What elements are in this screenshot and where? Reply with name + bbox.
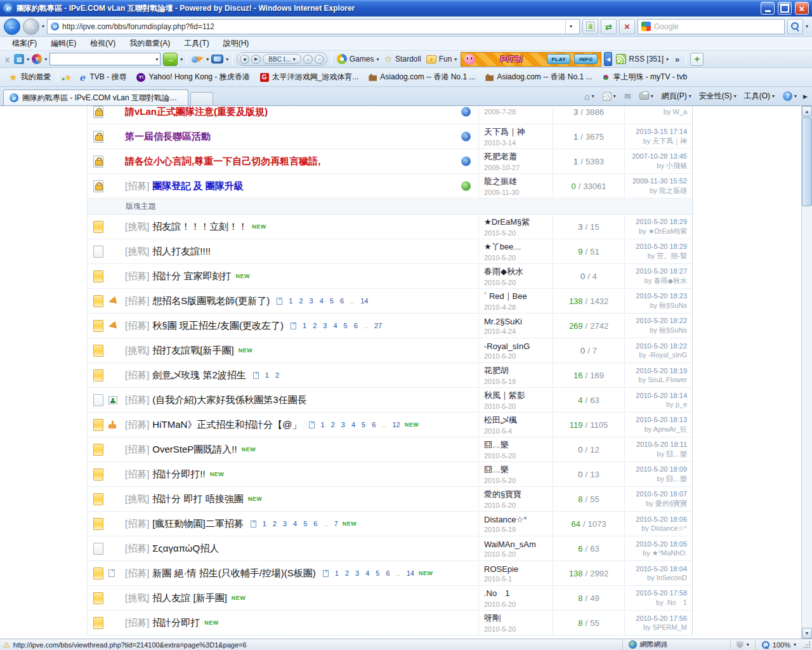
last-poster-link[interactable]: 苦。戀-賢 xyxy=(657,252,687,260)
page-link[interactable]: 6 xyxy=(340,297,344,305)
refresh-button[interactable] xyxy=(601,19,617,34)
rss-button[interactable]: RSS [351] ▾ xyxy=(615,54,670,64)
author-link[interactable]: -Royal_sInG xyxy=(484,342,547,351)
last-post-time-link[interactable]: 2010-5-20 18:19 xyxy=(636,367,687,375)
menu-item[interactable]: 我的最愛(A) xyxy=(124,37,176,50)
media-station-dropdown-icon[interactable]: ▾ xyxy=(293,56,296,62)
author-link[interactable]: ★丫bee﹏ xyxy=(484,241,547,253)
favorites-bar-link[interactable]: Asiadog.com -- 香港 No.1 ... xyxy=(364,70,480,84)
pitsi-info-button[interactable]: INFO xyxy=(574,54,598,64)
page-link[interactable]: 5 xyxy=(330,297,334,305)
toolbar-app-dropdown-icon[interactable]: ▾ xyxy=(27,56,29,62)
last-post-time-link[interactable]: 2010-5-20 18:22 xyxy=(636,342,687,350)
last-post-time-link[interactable]: 2010-5-20 18:27 xyxy=(636,267,687,275)
help-button[interactable]: ▾ xyxy=(780,90,800,103)
author-link[interactable]: 花肥胡 xyxy=(484,365,547,376)
maximize-button[interactable] xyxy=(778,2,792,15)
menu-item[interactable]: 編輯(E) xyxy=(45,37,82,50)
media-volume-button[interactable]: ♪ xyxy=(303,55,313,64)
last-poster-link[interactable]: 囧﹏樂 xyxy=(666,475,687,482)
last-post-time-link[interactable]: 2010-5-20 18:13 xyxy=(636,416,687,423)
thread-title-link[interactable]: 新團 絕·情 招生(只收輔手/控場)(S板團) xyxy=(152,567,315,580)
stop-button[interactable] xyxy=(619,19,635,34)
author-link[interactable]: ★DrEaM§紫 xyxy=(484,216,547,228)
author-link[interactable]: 龍之振雄 xyxy=(484,176,547,187)
last-poster-link[interactable]: 天下爲｜神 xyxy=(652,137,687,145)
history-dropdown-icon[interactable]: ▾ xyxy=(42,23,44,29)
author-link[interactable]: 愛的§寶寶 xyxy=(484,489,547,500)
page-link[interactable]: 1 xyxy=(265,371,269,379)
command-button[interactable]: 安全性(S)▾ xyxy=(696,89,740,103)
toolbar-app-icon[interactable] xyxy=(14,54,24,64)
last-poster-link[interactable]: AprwAr_狂 xyxy=(653,425,687,433)
last-poster-link[interactable]: ★DrEaM§紫 xyxy=(648,227,687,235)
thread-title-link[interactable]: 招打友誼戰[新手團] xyxy=(152,345,233,357)
page-link[interactable]: 5 xyxy=(303,520,307,527)
last-poster-link[interactable]: 愛的§寶寶 xyxy=(655,500,687,507)
last-poster-link[interactable]: SPERM_M xyxy=(653,623,687,631)
page-link[interactable]: 4 xyxy=(333,322,337,329)
stardoll-button[interactable]: Stardoll xyxy=(383,53,422,65)
author-link[interactable]: Mr.2§SuKi xyxy=(484,317,547,326)
author-link[interactable]: 囧﹏樂 xyxy=(484,464,547,475)
thread-title-link[interactable]: OverSteP團既請入!! xyxy=(152,444,237,456)
page-link[interactable]: 12 xyxy=(392,421,400,428)
page-link[interactable]: 2 xyxy=(273,520,277,527)
thread-title-link[interactable]: 招人友誼 [新手團] xyxy=(152,592,227,604)
address-field[interactable]: ▾ xyxy=(47,19,580,34)
last-post-time-link[interactable]: 2010-5-20 17:58 xyxy=(636,589,687,597)
protected-mode-dropdown-icon[interactable]: ▾ xyxy=(747,642,749,647)
page-link[interactable]: 7 xyxy=(334,520,338,527)
last-post-time-link[interactable]: 2010-5-20 18:05 xyxy=(636,540,687,548)
announcer-dropdown-icon[interactable]: ▾ xyxy=(206,56,209,62)
last-poster-link[interactable]: ★°MaNhO. xyxy=(652,549,687,557)
thread-title-link[interactable]: 團隊登記 及 團隊升級 xyxy=(152,180,243,192)
page-link[interactable]: 6 xyxy=(354,322,358,329)
command-dropdown-icon[interactable]: ▾ xyxy=(772,93,775,99)
thread-title-link[interactable]: 招計分 宜家即刻打 xyxy=(152,270,231,282)
scrollbar-thumb[interactable] xyxy=(802,117,812,206)
url-input[interactable] xyxy=(62,22,562,31)
feeds-button[interactable]: ▾ xyxy=(599,90,619,103)
announcer-icon[interactable] xyxy=(191,54,204,65)
page-link[interactable]: 3 xyxy=(310,297,313,305)
page-link[interactable]: 3 xyxy=(341,421,345,428)
author-link[interactable]: 松田乄楓 xyxy=(484,415,547,426)
zoom-dropdown-icon[interactable]: ▾ xyxy=(794,642,796,647)
toolbar-overflow-chevron[interactable]: » xyxy=(672,55,682,64)
search-box[interactable] xyxy=(638,19,785,34)
media-play-button[interactable]: ▶ xyxy=(251,55,261,64)
thread-title-link[interactable]: 招友誼！！！立刻！！ xyxy=(152,221,247,233)
page-link[interactable]: 4 xyxy=(351,421,355,428)
author-link[interactable]: 秋風｜紫影 xyxy=(484,390,547,401)
page-link[interactable]: 2 xyxy=(313,322,317,329)
page-link[interactable]: 14 xyxy=(407,569,414,577)
games-dropdown-icon[interactable]: ▾ xyxy=(376,56,379,62)
page-link[interactable]: 2 xyxy=(345,569,349,577)
toolbar-go-button[interactable] xyxy=(163,53,178,66)
author-link[interactable]: Distance☆° xyxy=(484,515,547,524)
thread-title-link[interactable]: 招計分即打!! xyxy=(152,468,205,481)
thread-title-link[interactable]: 第一屆信長聯區活動 xyxy=(125,131,211,143)
last-post-time-link[interactable]: 2010-5-20 18:14 xyxy=(636,392,687,399)
page-warning-icon[interactable] xyxy=(3,640,10,649)
banner-collapse-button[interactable] xyxy=(604,52,612,66)
menu-item[interactable]: 說明(H) xyxy=(218,37,255,50)
command-overflow-icon[interactable]: ▶ xyxy=(802,93,809,100)
thread-title-link[interactable]: HiTMaN》正式招生和招計分【@」 xyxy=(152,419,301,431)
yahoo-dropdown-icon[interactable]: ▾ xyxy=(44,56,47,62)
pitsi-banner[interactable]: PiTSi PLAY INFO xyxy=(461,52,601,67)
media-stop-button[interactable]: ■ xyxy=(240,55,249,64)
page-link[interactable]: 1 xyxy=(263,520,266,527)
last-post-time-link[interactable]: 2010-5-20 18:29 xyxy=(636,242,687,250)
protected-mode-section[interactable]: ▾ xyxy=(730,639,755,650)
author-link[interactable]: ROSEpie xyxy=(484,564,547,574)
command-dropdown-icon[interactable]: ▾ xyxy=(734,93,737,99)
pitsi-play-button[interactable]: PLAY xyxy=(547,54,570,64)
last-poster-link[interactable]: 春雨◆秋水 xyxy=(654,277,687,284)
last-poster-link[interactable]: 龍之振雄 xyxy=(659,187,687,194)
minimize-button[interactable] xyxy=(761,2,775,15)
last-post-time-link[interactable]: 2010-3-15 17:14 xyxy=(636,128,687,135)
last-post-time-link[interactable]: 2009-11-30 15:52 xyxy=(632,177,687,185)
menu-item[interactable]: 檢視(V) xyxy=(84,37,121,50)
